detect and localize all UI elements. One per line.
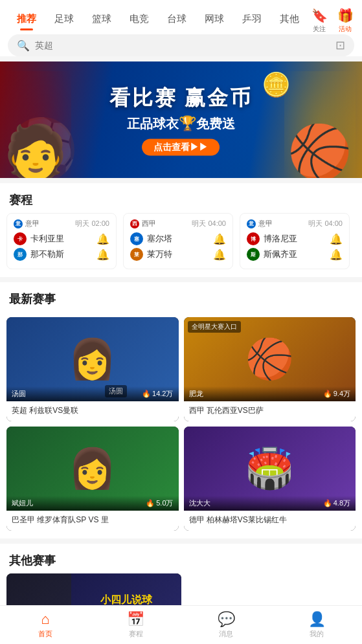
nav-tab-recommend[interactable]: 推荐 [8,9,45,29]
viewer-count-2: 🔥 5.0万 [146,498,173,508]
schedule-time-2: 明天 04:00 [308,219,343,228]
notify-btn-2-1[interactable]: 🔔 [330,233,343,245]
viewer-count-1: 🔥 9.4万 [323,389,350,399]
team-icon-cagliari: 卡 [14,232,27,245]
search-bar[interactable]: 🔍 ⊡ [8,34,354,56]
bottom-nav-mine[interactable]: 👤 我的 [271,611,362,639]
activity-icon: 🎁 [336,6,354,25]
team-row-0-1: 卡 卡利亚里 🔔 [14,232,109,245]
notify-btn-2-2[interactable]: 🔔 [330,249,343,261]
latest-thumb-0: 👩 汤圆 汤圆 🔥 14.2万 [6,317,179,401]
nav-tab-football[interactable]: 足球 [45,9,83,29]
notify-btn-1-2[interactable]: 🔔 [213,249,226,261]
team-icon-napoli: 那 [14,248,27,261]
notify-btn-0-2[interactable]: 🔔 [96,249,109,261]
card-title-2: 巴圣甲 维罗体育队SP VS 里 [6,511,179,531]
fire-icon-1: 🔥 [323,390,332,398]
team-row-1-1: 塞 塞尔塔 🔔 [130,232,226,245]
notify-btn-0-1[interactable]: 🔔 [96,233,109,245]
schedule-header-1: 西 西甲 明天 04:00 [130,219,226,228]
banner-center-text: 看比赛 赢金币 正品球衣🏆免费送 点击查看▶▶ [109,84,253,156]
team-name-seville: 塞尔塔 [147,233,172,245]
league-dot-1: 西 [130,219,139,228]
league-name-0: 意甲 [25,219,40,228]
card-overlay-0: 汤圆 🔥 14.2万 [6,386,179,401]
latest-thumb-2: 👩 斌妞儿 🔥 5.0万 [6,427,179,511]
latest-card-0[interactable]: 👩 汤圆 汤圆 🔥 14.2万 英超 利兹联VS曼联 [6,317,179,421]
banner-subtitle: 正品球衣🏆免费送 [109,115,253,133]
messages-icon: 💬 [218,611,235,628]
team-icon-bologna: 博 [247,232,260,245]
team-row-0-2: 那 那不勒斯 🔔 [14,248,109,261]
latest-cards-grid: 👩 汤圆 汤圆 🔥 14.2万 英超 利兹联VS曼联 🏀 全明 [0,312,362,539]
card-title-0: 英超 利兹联VS曼联 [6,401,179,421]
schedule-time-1: 明天 04:00 [192,219,226,228]
latest-thumb-3: 🏟️ 沈大大 🔥 4.8万 [184,427,356,511]
activity-button[interactable]: 🎁 活动 [336,6,354,34]
bottom-nav-messages[interactable]: 💬 消息 [181,611,272,639]
latest-thumb-1: 🏀 全明星大赛入口 肥龙 🔥 9.4万 [184,317,356,401]
nav-tab-esports[interactable]: 电竞 [120,9,158,29]
search-icon: 🔍 [17,39,30,52]
fire-icon-3: 🔥 [323,499,332,507]
card-title-1: 西甲 瓦伦西亚VS巴萨 [184,401,356,421]
nav-tab-other[interactable]: 其他 [271,9,308,29]
team-name-bologna: 博洛尼亚 [264,233,297,245]
banner-cta[interactable]: 点击查看▶▶ [109,139,253,156]
latest-card-2[interactable]: 👩 斌妞儿 🔥 5.0万 巴圣甲 维罗体育队SP VS 里 [6,427,179,531]
schedule-card-2[interactable]: 意 意甲 明天 04:00 博 博洛尼亚 🔔 斯 斯佩齐亚 🔔 [240,213,350,269]
mine-icon: 👤 [308,611,326,628]
league-name-2: 意甲 [258,219,273,228]
banner[interactable]: ⚽ 🧑 🏀 🪙 看比赛 赢金币 正品球衣🏆免费送 点击查看▶▶ [0,61,362,178]
banner-title: 看比赛 赢金币 [109,84,253,113]
league-badge-2: 意 意甲 [247,219,273,228]
league-name-1: 西甲 [142,219,156,228]
nav-tabs: 推荐 足球 篮球 电竞 台球 网球 乒羽 其他 [0,9,316,29]
league-badge-1: 西 西甲 [130,219,156,228]
banner-coin-icon: 🪙 [262,71,291,98]
follow-button[interactable]: 🔖 关注 [310,6,328,34]
activity-label: 活动 [339,25,352,34]
bottom-nav-schedule[interactable]: 📅 赛程 [91,611,181,639]
fire-icon-2: 🔥 [146,499,155,507]
latest-card-1[interactable]: 🏀 全明星大赛入口 肥龙 🔥 9.4万 西甲 瓦伦西亚VS巴萨 [184,317,356,421]
schedule-header-2: 意 意甲 明天 04:00 [247,219,343,228]
schedule-label: 赛程 [129,629,143,639]
search-input[interactable] [35,40,330,50]
streamer-name-1: 肥龙 [189,389,203,399]
messages-label: 消息 [219,629,233,639]
schedule-section: 赛程 意 意甲 明天 02:00 卡 卡利亚里 🔔 那 [0,183,362,277]
card-overlay-3: 沈大大 🔥 4.8万 [184,496,356,511]
scan-icon[interactable]: ⊡ [335,38,345,52]
nav-tab-billiards[interactable]: 台球 [158,9,196,29]
top-nav: 推荐 足球 篮球 电竞 台球 网球 乒羽 其他 🔖 关注 🎁 活动 [0,0,362,56]
nav-tab-basketball[interactable]: 篮球 [83,9,120,29]
schedule-header-0: 意 意甲 明天 02:00 [14,219,109,228]
schedule-card-0[interactable]: 意 意甲 明天 02:00 卡 卡利亚里 🔔 那 那不勒斯 🔔 [6,213,117,269]
team-name-napoli: 那不勒斯 [30,249,64,260]
team-row-1-2: 莱 莱万特 🔔 [130,248,226,261]
card-overlay-1: 肥龙 🔥 9.4万 [184,386,356,401]
bottom-nav-home[interactable]: ⌂ 首页 [0,611,91,639]
nav-tab-pingpong[interactable]: 乒羽 [233,9,271,29]
schedule-scroll[interactable]: 意 意甲 明天 02:00 卡 卡利亚里 🔔 那 那不勒斯 🔔 [0,213,362,277]
schedule-card-1[interactable]: 西 西甲 明天 04:00 塞 塞尔塔 🔔 莱 莱万特 🔔 [123,213,233,269]
bottom-nav: ⌂ 首页 📅 赛程 💬 消息 👤 我的 [0,605,362,644]
team-name-cagliari: 卡利亚里 [30,233,64,245]
league-dot-2: 意 [247,219,256,228]
streamer-name-2: 斌妞儿 [12,498,33,508]
viewer-count-0: 🔥 14.2万 [142,389,173,399]
top-right-actions: 🔖 关注 🎁 活动 [310,6,354,34]
all-star-tag: 全明星大赛入口 [188,321,241,333]
streamer-name-0: 汤圆 [12,389,26,399]
latest-card-3[interactable]: 🏟️ 沈大大 🔥 4.8万 德甲 柏林赫塔VS莱比锡红牛 [184,427,356,531]
notify-btn-1-1[interactable]: 🔔 [213,233,226,245]
home-icon: ⌂ [41,611,49,628]
schedule-time-0: 明天 02:00 [75,219,109,228]
league-badge-0: 意 意甲 [14,219,40,228]
card-title-3: 德甲 柏林赫塔VS莱比锡红牛 [184,511,356,531]
bookmark-icon: 🔖 [310,6,328,25]
nav-tab-tennis[interactable]: 网球 [196,9,233,29]
mine-label: 我的 [310,629,324,639]
team-name-levante: 莱万特 [147,249,172,260]
